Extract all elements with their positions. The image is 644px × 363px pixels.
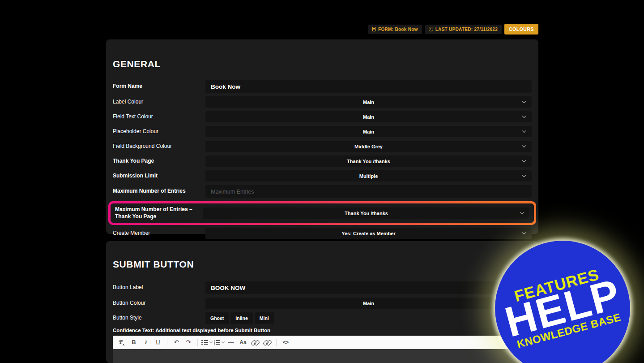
submit-button-panel: SUBMIT BUTTON Button Label Button Colour… bbox=[106, 241, 538, 363]
dropdown-caret-icon bbox=[222, 340, 225, 343]
chevron-down-icon bbox=[522, 230, 526, 234]
thank-you-page-value: Thank You /thanks bbox=[347, 159, 390, 164]
field-background-colour-value: Middle Grey bbox=[354, 144, 383, 149]
unlink-icon bbox=[263, 340, 271, 345]
placeholder-colour-row: Placeholder Colour Main bbox=[113, 126, 532, 137]
button-style-group: Ghost Inline Mini bbox=[205, 312, 274, 324]
button-style-ghost[interactable]: Ghost bbox=[205, 312, 229, 324]
max-entries-input[interactable] bbox=[205, 185, 532, 198]
button-label-input[interactable] bbox=[205, 281, 532, 294]
button-style-label: Button Style bbox=[113, 315, 205, 322]
submission-limit-label: Submission Limit bbox=[113, 173, 205, 180]
chevron-down-icon bbox=[522, 143, 526, 147]
form-name-label: Form Name bbox=[113, 83, 205, 90]
submission-limit-select[interactable]: Multiple bbox=[205, 170, 532, 182]
chevron-down-icon bbox=[522, 158, 526, 162]
thank-you-page-select[interactable]: Thank You /thanks bbox=[205, 156, 532, 167]
field-text-colour-row: Field Text Colour Main bbox=[113, 111, 532, 122]
button-style-inline[interactable]: Inline bbox=[230, 312, 252, 324]
chevron-down-icon bbox=[522, 114, 526, 117]
create-member-value: Yes: Create as Member bbox=[341, 231, 395, 236]
button-colour-label: Button Colour bbox=[113, 300, 205, 307]
horizontal-rule-button[interactable]: — bbox=[226, 337, 236, 348]
undo-button[interactable]: ↶ bbox=[171, 337, 182, 348]
form-badge-label: FORM: Book Now bbox=[378, 27, 418, 32]
button-label-row: Button Label bbox=[113, 281, 532, 294]
header-badges: FORM: Book Now LAST UPDATED: 27/11/2022 … bbox=[368, 24, 538, 35]
field-background-colour-row: Field Background Colour Middle Grey bbox=[113, 141, 532, 152]
label-colour-value: Main bbox=[363, 99, 374, 105]
thank-you-page-label: Thank You Page bbox=[113, 158, 205, 165]
field-background-colour-select[interactable]: Middle Grey bbox=[205, 141, 532, 152]
max-entries-row: Maximum Number of Entries bbox=[113, 185, 532, 198]
help-badge-text: FEATURES HELP KNOWLEDGE BASE bbox=[498, 261, 627, 352]
placeholder-colour-label: Placeholder Colour bbox=[113, 128, 205, 135]
form-name-row: Form Name bbox=[113, 80, 532, 93]
confidence-text-editor: Tx B I U ↶ ↷ — Aa <> bbox=[113, 336, 532, 363]
submission-limit-row: Submission Limit Multiple bbox=[113, 170, 532, 182]
button-colour-row: Button Colour Main bbox=[113, 298, 532, 309]
label-colour-select[interactable]: Main bbox=[205, 96, 532, 108]
clear-formatting-icon: Tx bbox=[119, 338, 124, 346]
chevron-down-icon bbox=[522, 173, 526, 177]
create-member-row: Create Member Yes: Create as Member bbox=[113, 228, 532, 239]
bold-button[interactable]: B bbox=[128, 337, 139, 348]
chevron-down-icon bbox=[522, 129, 526, 132]
max-entries-label: Maximum Number of Entries bbox=[113, 188, 205, 195]
button-style-row: Button Style Ghost Inline Mini bbox=[113, 312, 532, 324]
max-entries-thank-you-select[interactable]: Thank You /thanks bbox=[203, 207, 529, 219]
field-text-colour-select[interactable]: Main bbox=[205, 111, 532, 122]
bullet-list-icon bbox=[201, 340, 208, 345]
link-button[interactable] bbox=[250, 337, 260, 348]
create-member-label: Create Member bbox=[113, 230, 205, 237]
last-updated-badge: LAST UPDATED: 27/11/2022 bbox=[425, 25, 502, 34]
label-colour-row: Label Colour Main bbox=[113, 96, 532, 108]
dropdown-caret-icon bbox=[209, 340, 213, 343]
unlink-button[interactable] bbox=[262, 337, 273, 348]
chevron-down-icon bbox=[522, 99, 526, 103]
button-label-label: Button Label bbox=[113, 284, 205, 291]
document-icon bbox=[372, 27, 376, 31]
form-name-input[interactable] bbox=[205, 80, 532, 93]
bullet-list-button[interactable] bbox=[201, 337, 212, 348]
label-colour-label: Label Colour bbox=[113, 99, 205, 106]
editor-content-area[interactable] bbox=[113, 349, 532, 363]
submit-button-title: SUBMIT BUTTON bbox=[113, 259, 532, 270]
clear-formatting-button[interactable]: Tx bbox=[116, 337, 127, 348]
editor-toolbar: Tx B I U ↶ ↷ — Aa <> bbox=[113, 336, 532, 349]
confidence-text-label: Confidence Text: Additional text display… bbox=[113, 328, 532, 333]
form-badge: FORM: Book Now bbox=[368, 25, 422, 34]
numbered-list-icon bbox=[213, 340, 220, 345]
submission-limit-value: Multiple bbox=[359, 173, 378, 179]
max-entries-thank-you-value: Thank You /thanks bbox=[345, 211, 388, 216]
italic-button[interactable]: I bbox=[141, 337, 151, 348]
general-panel: GENERAL Form Name Label Colour Main Fiel… bbox=[106, 39, 538, 234]
create-member-select[interactable]: Yes: Create as Member bbox=[205, 228, 532, 239]
max-entries-thank-you-label: Maximum Number of Entries – Thank You Pa… bbox=[115, 206, 203, 220]
field-text-colour-value: Main bbox=[363, 114, 374, 120]
thank-you-page-row: Thank You Page Thank You /thanks bbox=[113, 156, 532, 167]
placeholder-colour-select[interactable]: Main bbox=[205, 126, 532, 137]
max-entries-thank-you-row: Maximum Number of Entries – Thank You Pa… bbox=[111, 203, 534, 223]
chevron-down-icon bbox=[520, 210, 524, 214]
field-background-colour-label: Field Background Colour bbox=[113, 143, 205, 150]
font-size-button[interactable]: Aa bbox=[238, 337, 248, 348]
highlight-border: Maximum Number of Entries – Thank You Pa… bbox=[108, 201, 536, 225]
toolbar-separator bbox=[167, 339, 167, 346]
general-title: GENERAL bbox=[113, 59, 532, 69]
link-icon bbox=[251, 340, 259, 345]
redo-button[interactable]: ↷ bbox=[183, 337, 194, 348]
placeholder-colour-value: Main bbox=[363, 129, 374, 134]
toolbar-separator bbox=[197, 339, 198, 346]
clock-icon bbox=[429, 27, 433, 31]
underline-button[interactable]: U bbox=[153, 337, 163, 348]
button-colour-value: Main bbox=[363, 301, 374, 306]
numbered-list-button[interactable] bbox=[213, 337, 224, 348]
last-updated-label: LAST UPDATED: 27/11/2022 bbox=[435, 27, 498, 32]
colours-button[interactable]: COLOURS bbox=[504, 24, 538, 35]
button-colour-select[interactable]: Main bbox=[205, 298, 532, 309]
button-style-mini[interactable]: Mini bbox=[255, 312, 274, 324]
source-code-button[interactable]: <> bbox=[280, 337, 291, 348]
toolbar-separator bbox=[276, 339, 277, 346]
field-text-colour-label: Field Text Colour bbox=[113, 113, 205, 121]
